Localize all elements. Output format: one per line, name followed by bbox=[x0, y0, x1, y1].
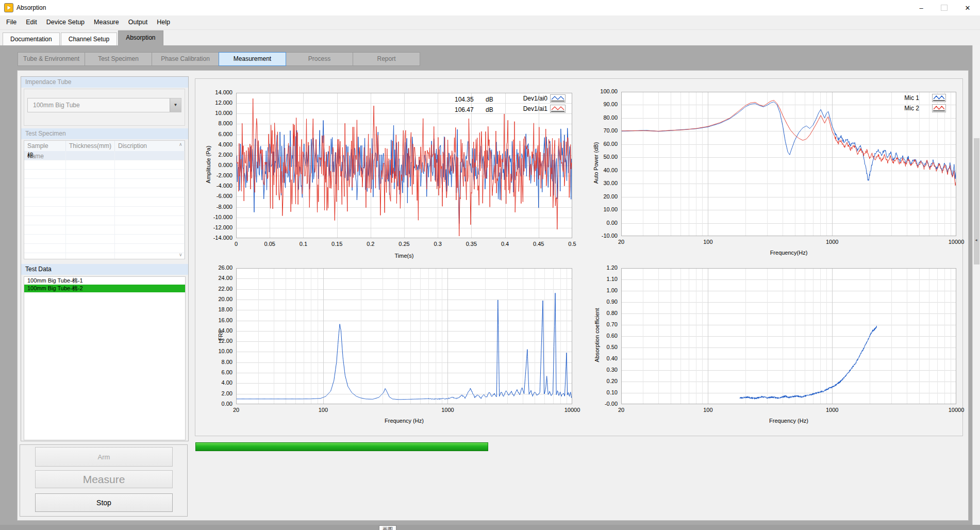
x-tick: 1000 bbox=[817, 407, 848, 413]
subtab-tube-environment[interactable]: Tube & Environment bbox=[18, 52, 85, 66]
table-row[interactable]: 棉 bbox=[24, 151, 185, 160]
table-row[interactable] bbox=[24, 253, 185, 259]
menu-file[interactable]: File bbox=[2, 15, 21, 29]
db-readout-value: 104.35 bbox=[455, 96, 474, 103]
y-tick: -14.000 bbox=[202, 235, 232, 241]
menu-bar: FileEditDevice SetupMeasureOutputHelp bbox=[0, 15, 980, 30]
table-cell bbox=[115, 216, 185, 225]
x-tick: 10000 bbox=[941, 239, 972, 245]
test-data-list[interactable]: 100mm Big Tube-棉-1100mm Big Tube-棉-2 bbox=[24, 276, 186, 440]
table-cell bbox=[24, 235, 66, 243]
chart-absorption-coefficient bbox=[621, 268, 956, 404]
table-row[interactable] bbox=[24, 207, 185, 216]
y-tick: 2.00 bbox=[202, 390, 232, 396]
title-bar: Absorption – ✕ bbox=[0, 0, 980, 16]
x-tick: 100 bbox=[692, 239, 723, 245]
y-tick: 12.000 bbox=[202, 100, 232, 106]
impedance-tube-header: Impendace Tube bbox=[21, 77, 188, 88]
scroll-up-icon[interactable]: ∧ bbox=[179, 142, 182, 147]
progress-bar-fill bbox=[195, 442, 488, 451]
dropdown-arrow-icon[interactable]: ▼ bbox=[170, 98, 181, 112]
y-tick: 12.00 bbox=[202, 338, 232, 344]
y-tick: 100.00 bbox=[587, 88, 618, 94]
menu-output[interactable]: Output bbox=[124, 15, 153, 29]
y-tick: 1.20 bbox=[587, 264, 618, 271]
stop-button[interactable]: Stop bbox=[35, 493, 173, 512]
arm-button[interactable]: Arm bbox=[35, 447, 173, 467]
maximize-button[interactable] bbox=[933, 0, 955, 15]
y-tick: 24.00 bbox=[202, 275, 232, 281]
x-tick: 0.1 bbox=[288, 241, 319, 247]
minimize-button[interactable]: – bbox=[910, 0, 933, 15]
table-row[interactable] bbox=[24, 188, 185, 197]
subtab-test-specimen[interactable]: Test Specimen bbox=[85, 52, 152, 66]
y-tick: 30.00 bbox=[587, 180, 618, 186]
legend-line-icon bbox=[932, 104, 946, 112]
table-row[interactable] bbox=[24, 170, 185, 179]
y-tick: 14.00 bbox=[202, 327, 232, 334]
table-row[interactable] bbox=[24, 160, 185, 170]
table-row[interactable] bbox=[24, 225, 185, 235]
scrollbar-thumb[interactable] bbox=[974, 138, 979, 264]
app-icon bbox=[4, 3, 13, 14]
x-tick: 100 bbox=[308, 407, 339, 413]
vertical-scrollbar[interactable]: ◄ bbox=[972, 45, 980, 525]
table-cell bbox=[115, 160, 185, 169]
table-cell bbox=[24, 225, 66, 234]
menu-help[interactable]: Help bbox=[152, 15, 175, 29]
menu-device-setup[interactable]: Device Setup bbox=[42, 15, 89, 29]
y-tick: -0.00 bbox=[587, 401, 618, 407]
x-tick: 0.4 bbox=[490, 241, 521, 247]
legend-line-icon bbox=[550, 94, 566, 103]
table-cell bbox=[66, 207, 115, 216]
table-cell bbox=[24, 207, 66, 216]
table-cell bbox=[24, 253, 66, 259]
absorption-tab-page: Tube & EnvironmentTest SpecimenPhase Cal… bbox=[0, 45, 972, 525]
y-tick: 6.00 bbox=[202, 369, 232, 375]
scroll-left-arrow-icon[interactable]: ◄ bbox=[974, 238, 978, 242]
subtab-process[interactable]: Process bbox=[286, 52, 353, 66]
table-cell bbox=[24, 197, 66, 206]
y-tick: 40.00 bbox=[587, 167, 618, 173]
subtab-phase-calibration[interactable]: Phase Calibration bbox=[152, 52, 219, 66]
tab-absorption[interactable]: Absorption bbox=[118, 30, 163, 45]
subtab-report[interactable]: Report bbox=[353, 52, 420, 66]
window-title: Absorption bbox=[16, 4, 46, 11]
x-tick: 20 bbox=[606, 239, 637, 245]
x-tick: 0.15 bbox=[322, 241, 353, 247]
table-cell bbox=[66, 216, 115, 225]
menu-measure[interactable]: Measure bbox=[89, 15, 124, 29]
subtab-measurement[interactable]: Measurement bbox=[219, 52, 286, 66]
scroll-down-icon[interactable]: ∨ bbox=[179, 252, 182, 257]
test-data-item[interactable]: 100mm Big Tube-棉-1 bbox=[24, 277, 185, 285]
menu-edit[interactable]: Edit bbox=[21, 15, 42, 29]
legend-label-mic-1: Mic 1 bbox=[873, 94, 919, 102]
taskbar-window-button[interactable]: 画图 bbox=[379, 525, 396, 530]
measure-button[interactable]: Measure bbox=[35, 470, 173, 488]
db-readout-value: 106.47 bbox=[455, 106, 474, 113]
table-cell bbox=[66, 225, 115, 234]
x-tick: 0.25 bbox=[389, 241, 420, 247]
table-cell bbox=[115, 179, 185, 188]
tab-channel-setup[interactable]: Channel Setup bbox=[61, 32, 117, 45]
table-row[interactable] bbox=[24, 244, 185, 253]
y-tick: 4.00 bbox=[202, 379, 232, 386]
close-button[interactable]: ✕ bbox=[955, 0, 980, 15]
table-row[interactable] bbox=[24, 216, 185, 225]
table-row[interactable] bbox=[24, 179, 185, 188]
test-data-item[interactable]: 100mm Big Tube-棉-2 bbox=[24, 285, 185, 292]
table-row[interactable] bbox=[24, 235, 185, 244]
y-tick: 0.60 bbox=[587, 333, 618, 339]
y-axis-title: FRF bbox=[218, 296, 224, 374]
legend-line-icon bbox=[932, 94, 946, 102]
table-row[interactable] bbox=[24, 197, 185, 207]
y-tick: 0.40 bbox=[587, 355, 618, 361]
x-tick: 0.45 bbox=[523, 241, 554, 247]
table-cell bbox=[115, 244, 185, 253]
x-tick: 0.2 bbox=[355, 241, 386, 247]
table-cell bbox=[24, 160, 66, 169]
tab-documentation[interactable]: Documentation bbox=[3, 32, 60, 45]
impedance-tube-dropdown[interactable]: 100mm Big Tube ▼ bbox=[27, 98, 181, 112]
y-tick: -10.00 bbox=[587, 233, 618, 239]
test-specimen-table[interactable]: Sample NameThickness(mm)Discription棉 bbox=[24, 140, 185, 259]
